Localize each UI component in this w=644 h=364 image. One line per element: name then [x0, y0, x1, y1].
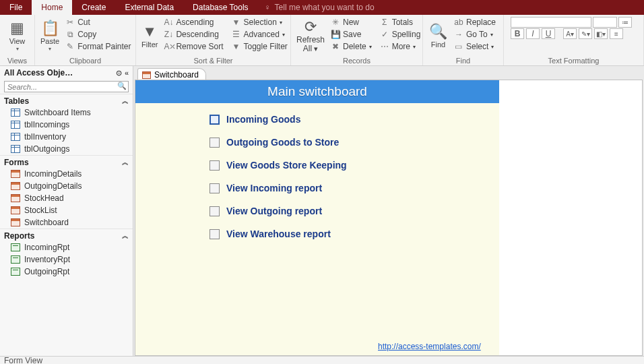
refresh-all-button[interactable]: ⟳ Refresh All ▾	[296, 17, 325, 56]
find-button[interactable]: 🔍 Find	[428, 17, 448, 56]
nav-item-switchboard-items[interactable]: Switchboard Items	[0, 107, 133, 119]
ribbon-group-clipboard: 📋 Paste ▾ ✂Cut ⧉Copy ✎Format Painter Cli…	[35, 15, 136, 65]
font-family-input[interactable]	[511, 17, 591, 28]
bold-button[interactable]: B	[511, 28, 524, 39]
switchboard-item-5[interactable]: View Warehouse report	[210, 229, 499, 239]
select-button[interactable]: ▭Select ▾	[452, 41, 498, 52]
form-icon	[11, 194, 20, 202]
refresh-icon: ⟳	[304, 20, 317, 34]
advanced-button[interactable]: ☰Advanced ▾	[229, 29, 289, 40]
menu-tab-database-tools[interactable]: Database Tools	[183, 0, 258, 15]
delete-button[interactable]: ✖Delete ▾	[329, 41, 374, 52]
nav-item-incomingdetails[interactable]: IncomingDetails	[0, 168, 133, 180]
nav-pane-title: All Access Obje…	[4, 68, 73, 78]
switchboard-item-0[interactable]: Incoming Goods	[210, 114, 499, 125]
nav-item-incomingrpt[interactable]: IncomingRpt	[0, 241, 133, 253]
sigma-icon: Σ	[380, 18, 389, 27]
toggle-filter-button[interactable]: ▼Toggle Filter	[229, 41, 289, 52]
underline-button[interactable]: U	[542, 28, 555, 39]
spelling-button[interactable]: ✓Spelling	[378, 29, 423, 40]
menu-bar: File Home Create External Data Database …	[0, 0, 644, 15]
align-button[interactable]: ≡	[610, 28, 623, 39]
font-controls: ≔ B I U A▾ ✎▾ ◧▾ ≡	[511, 17, 632, 39]
form-icon	[11, 218, 20, 226]
more-icon: ⋯	[380, 42, 389, 51]
nav-item-tblinventory[interactable]: tblInventory	[0, 131, 133, 143]
chevron-up-icon: ︽	[122, 96, 129, 106]
paste-button[interactable]: 📋 Paste ▾	[40, 17, 59, 56]
switchboard-item-label: View Goods Store Keeping	[226, 160, 347, 171]
switchboard-item-3[interactable]: View Incoming report	[210, 183, 499, 193]
goto-icon: →	[454, 30, 463, 39]
fill-button[interactable]: ◧▾	[594, 28, 608, 39]
filter-button[interactable]: ▼ Filter	[141, 17, 158, 56]
nav-pane-header[interactable]: All Access Obje… ⊙ «	[0, 66, 133, 80]
ribbon-group-find: 🔍 Find abReplace →Go To ▾ ▭Select ▾ Find	[423, 15, 504, 65]
search-input[interactable]	[4, 81, 129, 92]
nav-section-reports[interactable]: Reports︽	[0, 229, 133, 241]
remove-sort-button[interactable]: A⤫Remove Sort	[162, 41, 225, 52]
font-size-input[interactable]	[593, 17, 617, 28]
footer-link[interactable]: http://access-templates.com/	[378, 342, 481, 351]
switchboard-item-label: Outgoing Goods to Store	[226, 137, 339, 148]
ribbon-group-text-formatting: ≔ B I U A▾ ✎▾ ◧▾ ≡ Text Formatting	[504, 15, 644, 65]
nav-item-inventoryrpt[interactable]: InventoryRpt	[0, 253, 133, 266]
menu-tab-file[interactable]: File	[0, 0, 32, 15]
switchboard-item-1[interactable]: Outgoing Goods to Store	[210, 137, 499, 148]
nav-item-outgoingdetails[interactable]: OutgoingDetails	[0, 180, 133, 192]
advanced-icon: ☰	[231, 30, 240, 39]
menu-tab-home[interactable]: Home	[32, 0, 72, 15]
brush-icon: ✎	[65, 42, 75, 51]
switchboard-item-box	[210, 206, 220, 216]
highlight-button[interactable]: ✎▾	[579, 28, 592, 39]
clipboard-icon: 📋	[41, 21, 59, 36]
switchboard-item-box	[210, 138, 220, 148]
copy-icon: ⧉	[65, 30, 75, 39]
status-bar: Form View	[0, 356, 644, 364]
tell-me[interactable]: ♀ Tell me what you want to do	[265, 0, 375, 15]
funnel-icon: ▼	[142, 24, 157, 39]
descending-button[interactable]: Z↓Descending	[162, 29, 225, 40]
menu-tab-external-data[interactable]: External Data	[115, 0, 183, 15]
more-button[interactable]: ⋯More ▾	[378, 41, 423, 52]
nav-item-stockhead[interactable]: StockHead	[0, 192, 133, 204]
switchboard-item-2[interactable]: View Goods Store Keeping	[210, 160, 499, 171]
selection-icon: ▼	[231, 18, 240, 27]
nav-item-stocklist[interactable]: StockList	[0, 204, 133, 216]
nav-item-tbloutgoings[interactable]: tblOutgoings	[0, 143, 133, 155]
nav-item-outgoingrpt[interactable]: OutgoingRpt	[0, 266, 133, 278]
format-painter-button[interactable]: ✎Format Painter	[63, 41, 133, 52]
group-label-records: Records	[291, 57, 422, 65]
form-icon	[11, 206, 20, 214]
search-icon[interactable]: 🔍	[117, 82, 127, 90]
nav-item-switchboard[interactable]: Switchboard	[0, 216, 133, 229]
toggle-filter-icon: ▼	[231, 42, 240, 51]
copy-button[interactable]: ⧉Copy	[63, 29, 133, 40]
italic-button[interactable]: I	[526, 28, 540, 39]
replace-button[interactable]: abReplace	[452, 17, 498, 28]
chevron-down-icon: ▾	[16, 46, 19, 52]
selection-button[interactable]: ▼Selection ▾	[229, 17, 289, 28]
chevron-down-icon[interactable]: ⊙	[116, 69, 122, 78]
ribbon-group-records: ⟳ Refresh All ▾ ✳New 💾Save ✖Delete ▾ ΣTo…	[291, 15, 423, 65]
nav-section-forms[interactable]: Forms︽	[0, 155, 133, 168]
nav-item-tblincomings[interactable]: tblIncomings	[0, 119, 133, 131]
goto-button[interactable]: →Go To ▾	[452, 29, 498, 40]
ribbon-group-views: ▦ View ▾ Views	[0, 15, 35, 65]
group-label-find: Find	[423, 57, 503, 65]
switchboard-item-label: View Warehouse report	[226, 229, 331, 239]
nav-section-tables[interactable]: Tables︽	[0, 94, 133, 107]
group-label-clipboard: Clipboard	[35, 57, 135, 65]
bullets-icon[interactable]: ≔	[618, 17, 632, 28]
form-area: Main switchboard Incoming GoodsOutgoing …	[135, 80, 643, 356]
font-color-button[interactable]: A▾	[563, 28, 577, 39]
totals-button[interactable]: ΣTotals	[378, 17, 423, 28]
ascending-button[interactable]: A↓Ascending	[162, 17, 225, 28]
collapse-icon[interactable]: «	[125, 69, 129, 77]
switchboard-item-4[interactable]: View Outgoing report	[210, 206, 499, 216]
cut-button[interactable]: ✂Cut	[63, 17, 133, 28]
save-button[interactable]: 💾Save	[329, 29, 374, 40]
new-button[interactable]: ✳New	[329, 17, 374, 28]
menu-tab-create[interactable]: Create	[72, 0, 115, 15]
view-button[interactable]: ▦ View ▾	[5, 17, 29, 56]
